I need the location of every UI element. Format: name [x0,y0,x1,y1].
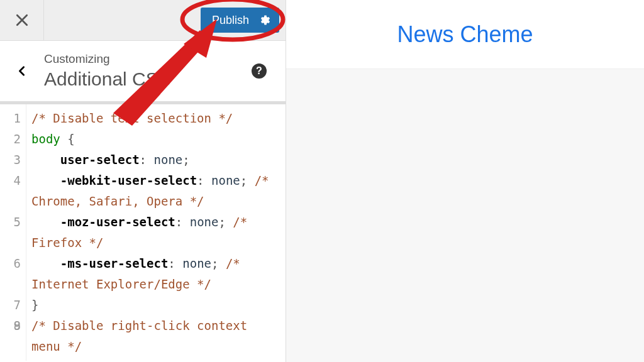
help-icon: ? [256,65,262,77]
close-customizer-button[interactable] [0,0,44,41]
gear-icon [258,14,270,26]
back-button[interactable] [0,52,44,90]
close-icon [15,13,29,27]
panel-eyebrow: Customizing [44,52,252,66]
site-preview: News Cheme [286,0,644,362]
chevron-left-icon [16,65,28,77]
customizer-sidebar: Publish Customizing Additional CSS ? 123… [0,0,286,362]
css-editor[interactable]: 123456789 /* Disable text selection */bo… [0,102,286,362]
editor-code[interactable]: /* Disable text selection */body { user-… [26,104,286,361]
preview-body [286,69,644,362]
panel-header: Customizing Additional CSS ? [0,41,286,102]
panel-title: Additional CSS [44,69,252,90]
editor-gutter: 123456789 [0,104,26,361]
publish-button[interactable]: Publish [201,8,279,33]
help-button[interactable]: ? [252,63,267,79]
site-title[interactable]: News Cheme [397,21,533,48]
publish-button-label: Publish [212,14,249,27]
preview-header: News Cheme [286,0,644,69]
customizer-topbar: Publish [0,0,286,41]
